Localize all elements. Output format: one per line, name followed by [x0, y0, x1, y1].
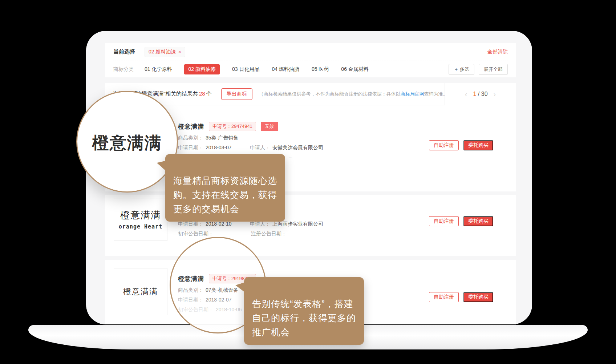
entrust-purchase-button[interactable]: 委托购买 [463, 216, 493, 226]
category-item-05[interactable]: 05 医药 [312, 66, 329, 73]
row-3-actions: 自助注册 委托购买 [429, 292, 493, 302]
status-badge: 无效 [261, 122, 278, 131]
chip-close-icon[interactable]: × [178, 49, 181, 55]
category-item-06[interactable]: 06 金属材料 [341, 66, 368, 73]
category-row: 商标分类 01 化学原料 02 颜料油漆 03 日化用品 04 燃料油脂 05 … [105, 61, 516, 77]
field-value: – [289, 230, 292, 237]
current-page: 1 [473, 91, 476, 97]
callout-arrow-icon [235, 282, 245, 292]
trademark-name: 橙意满满 [178, 122, 204, 131]
total-pages: 30 [481, 91, 488, 97]
multi-select-button[interactable]: ＋ 多选 [449, 64, 474, 75]
callout-text: 告别传统“发表格”，搭建 自己的标行，获得更多的 推广机会 [252, 299, 356, 337]
field-label: 申请日期： [178, 144, 203, 151]
field-label: 初审公告日期： [178, 230, 214, 237]
field-label: 申请人： [250, 144, 270, 151]
row-2-actions: 自助注册 委托购买 [429, 216, 493, 226]
prev-page-icon[interactable]: ‹ [465, 90, 467, 98]
next-page-icon[interactable]: › [494, 90, 496, 98]
field-value: 35类-广告销售 [206, 134, 238, 141]
pagination: ‹ 1 / 30 › [445, 83, 516, 105]
current-selection-row: 当前选择 02 颜料油漆 × 全部清除 [105, 43, 516, 61]
filter-panel: 当前选择 02 颜料油漆 × 全部清除 商标分类 01 化学原料 02 颜料油漆… [105, 43, 516, 77]
category-item-01[interactable]: 01 化学原料 [145, 66, 172, 73]
results-header: 为您检索到“橙意满满”相关的结果共28个 导出商标 （商标检索结果仅供参考，不作… [105, 83, 516, 105]
trademark-image-text: 橙意满满 [120, 209, 161, 222]
export-trademarks-button[interactable]: 导出商标 [221, 88, 252, 100]
field-label: 商品类别： [178, 134, 203, 141]
callout-marketplace: 海量精品商标资源随心选 购。支持在线交易，获得 更多的交易机会 [165, 154, 285, 222]
self-register-button[interactable]: 自助注册 [429, 216, 459, 226]
callout-arrow-icon [156, 159, 167, 170]
category-row-label: 商标分类 [113, 66, 134, 73]
callout-text: 海量精品商标资源随心选 购。支持在线交易，获得 更多的交易机会 [173, 175, 277, 214]
category-item-02[interactable]: 02 颜料油漆 [184, 64, 219, 74]
selected-filter-chip[interactable]: 02 颜料油漆 × [145, 47, 185, 57]
application-number-tag: 申请号：29474941 [209, 122, 256, 131]
results-count: 28 [199, 90, 205, 97]
trademark-image-2: 橙意满满 orange Heart [114, 198, 167, 241]
selected-filter-chip-text: 02 颜料油漆 [149, 49, 176, 55]
trademark-image-subtext: orange Heart [119, 223, 162, 230]
entrust-purchase-button[interactable]: 委托购买 [463, 140, 493, 150]
magnified-trademark-text: 橙意满满 [92, 132, 162, 154]
callout-promotion: 告别传统“发表格”，搭建 自己的标行，获得更多的 推广机会 [244, 277, 364, 345]
field-label: 注册公告日期： [251, 230, 287, 237]
current-selection-label: 当前选择 [113, 48, 135, 55]
disclaimer-text: （商标检索结果仅供参考，不作为商标能否注册的法律依据；具体以商标局官网查询为准。… [259, 91, 453, 97]
trademark-image-3: 橙意满满 [114, 268, 167, 315]
results-summary-suffix: 个 [206, 90, 212, 97]
clear-all-link[interactable]: 全部清除 [487, 49, 508, 55]
trademark-office-link[interactable]: 商标局官网 [401, 91, 424, 97]
page-separator: / [478, 91, 479, 97]
field-value: 安徽美达会展有限公司 [272, 144, 323, 151]
magnifier-circle-1: 橙意满满 [76, 91, 178, 193]
trademark-image-text: 橙意满满 [123, 286, 158, 297]
category-item-03[interactable]: 03 日化用品 [232, 66, 259, 73]
page-indicator: 1 / 30 [473, 91, 487, 97]
page-background: 当前选择 02 颜料油漆 × 全部清除 商标分类 01 化学原料 02 颜料油漆… [0, 0, 616, 364]
field-value: – [289, 154, 292, 161]
expand-all-button[interactable]: 展开全部 [479, 64, 508, 75]
category-item-04[interactable]: 04 燃料油脂 [272, 66, 299, 73]
disclaimer-pre: （商标检索结果仅供参考，不作为商标能否注册的法律依据；具体以 [259, 91, 401, 97]
self-register-button[interactable]: 自助注册 [429, 292, 459, 302]
row-1-actions: 自助注册 委托购买 [429, 140, 493, 150]
field-value: – [216, 230, 251, 237]
self-register-button[interactable]: 自助注册 [429, 140, 459, 150]
entrust-purchase-button[interactable]: 委托购买 [463, 292, 493, 302]
field-value: 2018-03-07 [206, 144, 250, 151]
